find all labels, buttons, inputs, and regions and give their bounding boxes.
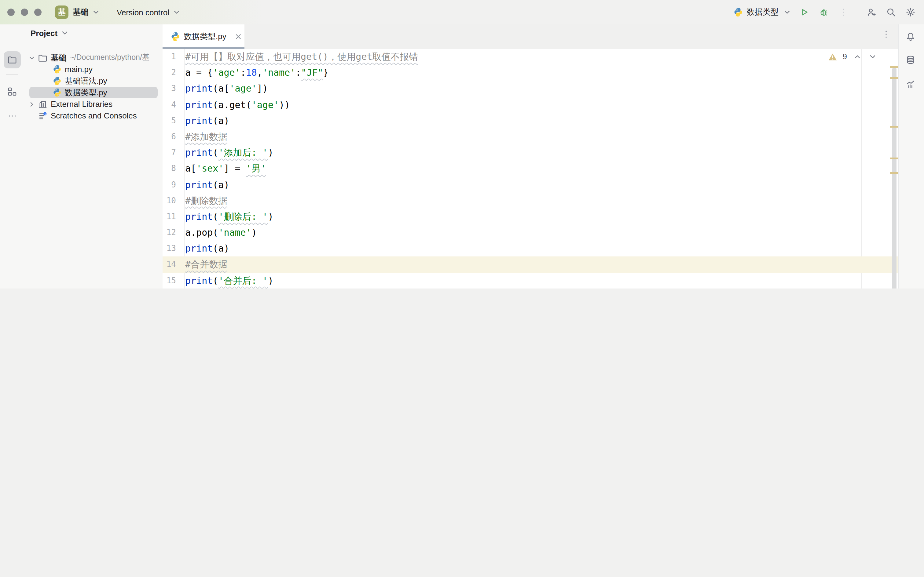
chevron-down-icon[interactable] (28, 54, 36, 61)
play-icon (799, 7, 809, 17)
search-icon (886, 7, 896, 17)
chart-icon[interactable] (906, 79, 916, 89)
notifications-bell-icon[interactable] (906, 32, 916, 42)
code-text: print(a) (184, 113, 229, 129)
minimize-window-button[interactable] (21, 8, 28, 16)
folder-icon (7, 55, 17, 65)
tree-item[interactable]: Scratches and Consoles (24, 110, 163, 121)
left-tool-strip (0, 24, 25, 288)
warning-stripe-mark[interactable] (890, 77, 898, 79)
editor-tab[interactable]: 数据类型.py (163, 24, 244, 49)
zoom-window-button[interactable] (34, 8, 42, 16)
line-number: 2 (163, 65, 184, 81)
version-control-widget[interactable]: Version control (117, 8, 169, 17)
editor-area: 数据类型.py 1#可用【】取对应值，也可用get()，使用get取值不报错2a… (163, 24, 898, 288)
python-file-icon (171, 32, 180, 42)
line-number: 14 (163, 257, 184, 272)
code-line[interactable]: 14#合并数据 (163, 257, 898, 272)
tree-item[interactable]: External Libraries (24, 98, 163, 110)
line-number: 13 (163, 241, 184, 257)
debug-button[interactable] (816, 5, 831, 19)
user-plus-icon (867, 7, 876, 17)
settings-button[interactable] (903, 5, 918, 19)
code-text: print(a.get('age')) (184, 97, 290, 113)
warning-count: 9 (843, 53, 847, 61)
project-tool-button[interactable] (4, 51, 21, 68)
editor-tab-label: 数据类型.py (184, 31, 226, 42)
right-tool-strip (898, 24, 924, 288)
tree-item-label: External Libraries (51, 100, 112, 109)
code-text: #合并数据 (184, 257, 227, 272)
project-widget[interactable]: 基础 (73, 7, 89, 18)
close-icon[interactable] (234, 32, 244, 42)
line-number: 3 (163, 81, 184, 97)
line-number: 8 (163, 161, 184, 177)
code-text: #可用【】取对应值，也可用get()，使用get取值不报错 (184, 49, 418, 65)
structure-icon (7, 87, 17, 97)
search-everywhere-button[interactable] (884, 5, 898, 19)
tree-item[interactable]: main.py (24, 63, 163, 75)
warning-stripe-mark[interactable] (890, 126, 898, 127)
close-window-button[interactable] (7, 8, 15, 16)
bug-icon (819, 7, 829, 17)
code-line[interactable]: 6#添加数据 (163, 129, 898, 145)
code-line[interactable]: 3print(a['age']) (163, 81, 898, 97)
line-number: 4 (163, 97, 184, 113)
code-line[interactable]: 2a = {'age':18,'name':"JF"} (163, 65, 898, 81)
tab-options-icon[interactable] (881, 29, 891, 39)
run-button[interactable] (797, 5, 812, 19)
inspections-widget[interactable]: 9 (828, 52, 877, 62)
chevron-up-icon[interactable] (853, 52, 862, 62)
code-line[interactable]: 15print('合并后: ') (163, 272, 898, 288)
folder-icon (38, 53, 48, 63)
tree-item-label: 基础 (51, 52, 66, 63)
line-number: 5 (163, 113, 184, 129)
libraries-icon (38, 99, 48, 109)
code-line[interactable]: 11print('删除后: ') (163, 209, 898, 225)
tree-item[interactable]: 基础语法.py (24, 75, 163, 87)
project-panel-header[interactable]: Project (24, 24, 163, 42)
code-line[interactable]: 10#删除数据 (163, 193, 898, 208)
project-icon[interactable]: 基 (55, 5, 68, 19)
code-text: #添加数据 (184, 129, 227, 145)
run-configuration-selector[interactable]: 数据类型 (733, 7, 792, 18)
tree-item[interactable]: 数据类型.py (24, 87, 163, 98)
editor-scrollbar[interactable] (892, 67, 897, 288)
code-text: a.pop('name') (184, 225, 257, 240)
chevron-right-icon[interactable] (28, 100, 36, 108)
chevron-down-icon (782, 7, 792, 17)
scratches-icon (38, 111, 48, 121)
tree-item[interactable]: 基础~/Documents/python/基 (24, 52, 163, 63)
tree-item-label: 数据类型.py (65, 87, 107, 98)
warning-stripe-mark[interactable] (890, 172, 898, 174)
warning-stripe-mark[interactable] (890, 158, 898, 160)
code-line[interactable]: 4print(a.get('age')) (163, 97, 898, 113)
tree-item-path: ~/Documents/python/基 (69, 53, 150, 63)
warning-stripe-mark[interactable] (890, 66, 898, 68)
code-text: a['sex'] = '男' (184, 161, 266, 177)
more-tool-windows-button[interactable] (4, 108, 21, 124)
code-line[interactable]: 7print('添加后: ') (163, 145, 898, 161)
code-line[interactable]: 12a.pop('name') (163, 225, 898, 240)
database-icon[interactable] (906, 55, 916, 65)
chevron-down-icon (91, 7, 101, 17)
line-number: 1 (163, 49, 184, 65)
ellipsis-vertical-icon (838, 7, 848, 17)
python-icon (53, 76, 62, 85)
line-number: 12 (163, 225, 184, 240)
line-number: 7 (163, 145, 184, 161)
code-text: print('添加后: ') (184, 145, 273, 161)
code-line[interactable]: 8a['sex'] = '男' (163, 161, 898, 177)
structure-tool-button[interactable] (4, 83, 21, 100)
code-line[interactable]: 9print(a) (163, 177, 898, 193)
code-editor[interactable]: 1#可用【】取对应值，也可用get()，使用get取值不报错2a = {'age… (163, 49, 898, 288)
code-with-me-button[interactable] (864, 5, 879, 19)
code-line[interactable]: 1#可用【】取对应值，也可用get()，使用get取值不报错 (163, 49, 898, 65)
window-controls[interactable] (7, 8, 42, 16)
chevron-down-icon[interactable] (868, 52, 877, 62)
more-run-options-button[interactable] (836, 5, 851, 19)
code-line[interactable]: 5print(a) (163, 113, 898, 129)
code-text: print(a) (184, 177, 229, 193)
pycharm-window: 基 基础 Version control 数据类型 (0, 0, 924, 288)
code-line[interactable]: 13print(a) (163, 241, 898, 257)
